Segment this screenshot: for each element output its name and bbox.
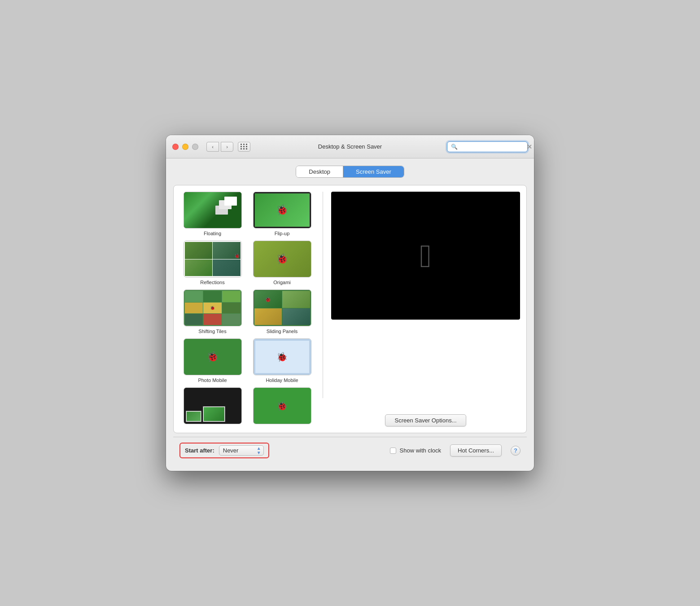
tabs-row: Desktop Screen Saver [173,166,527,178]
main-panel: Floating Flip-up Reflectio [173,185,527,433]
thumb-extra1-art [184,388,241,424]
thumb-holidaymobile-art [254,339,311,375]
screensaver-label-flipup: Flip-up [275,231,290,236]
thumb-flipup-art [254,192,311,228]
thumb-sliding-art [254,290,311,326]
window-title: Desktop & Screen Saver [318,143,382,150]
tab-desktop[interactable]: Desktop [296,166,343,177]
screensaver-label-sliding-panels: Sliding Panels [267,329,298,334]
close-button[interactable] [172,144,179,150]
screensaver-label-reflections: Reflections [200,280,224,285]
thumb-photomobile-art [184,339,241,375]
start-after-label: Start after: [185,447,214,454]
minimize-button[interactable] [182,144,188,150]
screensaver-thumb-origami [253,241,311,277]
screensaver-label-floating: Floating [204,231,221,236]
tab-screensaver[interactable]: Screen Saver [343,166,404,177]
help-button[interactable]: ? [511,446,521,456]
screensaver-item-flipup[interactable]: Flip-up [249,192,315,236]
start-after-select[interactable]: Never 1 Minute 2 Minutes 5 Minutes 10 Mi… [219,445,264,456]
thumb-floating-art [184,192,241,228]
screen-saver-options-button[interactable]: Screen Saver Options... [385,414,466,426]
screensaver-list: Floating Flip-up Reflectio [180,192,315,426]
search-input[interactable] [459,144,527,150]
screensaver-label-shifting-tiles: Shifting Tiles [198,329,226,334]
nav-buttons: ‹ › [206,142,233,152]
screensaver-thumb-sliding-panels [253,290,311,326]
screensaver-item-photo-mobile[interactable]: Photo Mobile [180,338,245,383]
screensaver-item-extra1[interactable] [180,387,245,426]
screensaver-thumb-extra1 [184,387,242,424]
screensaver-thumb-shifting-tiles [184,290,242,326]
screensaver-item-reflections[interactable]: Reflections [180,241,245,285]
panel-divider [323,192,323,398]
bottom-bar: Start after: Never 1 Minute 2 Minutes 5 … [173,437,527,464]
screensaver-thumb-flipup [253,192,311,228]
screensaver-thumb-extra2 [253,387,311,424]
screensaver-label-origami: Origami [273,280,291,285]
tab-group: Desktop Screen Saver [296,166,404,178]
screensaver-thumb-photo-mobile [184,338,242,375]
hot-corners-button[interactable]: Hot Corners... [450,444,502,457]
thumb-reflections-art [184,241,241,277]
screensaver-item-sliding-panels[interactable]: Sliding Panels [249,290,315,334]
search-box[interactable]: 🔍 ✕ [447,141,528,152]
screensaver-label-holiday-mobile: Holiday Mobile [266,378,298,383]
search-icon: 🔍 [451,144,458,150]
screensaver-thumb-holiday-mobile [253,338,311,375]
preview-options: Screen Saver Options... [385,414,466,426]
back-button[interactable]: ‹ [206,142,219,152]
clock-group: Show with clock [390,447,441,454]
preview-panel:  Screen Saver Options... [331,192,520,426]
apple-logo-icon:  [420,240,431,272]
screensaver-label-photo-mobile: Photo Mobile [198,378,227,383]
screensaver-item-origami[interactable]: Origami [249,241,315,285]
traffic-lights [172,144,198,150]
search-clear-icon[interactable]: ✕ [527,143,532,150]
start-after-group: Start after: Never 1 Minute 2 Minutes 5 … [179,443,269,458]
titlebar: ‹ › Desktop & Screen Saver 🔍 ✕ [166,135,534,158]
thumb-extra2-art [254,388,311,424]
show-clock-checkbox[interactable] [390,448,396,454]
preview-screen:  [331,192,520,320]
screensaver-thumb-reflections [184,241,242,277]
show-clock-label: Show with clock [400,447,441,454]
grid-dots-icon [241,144,248,149]
grid-view-button[interactable] [238,142,250,152]
screensaver-item-holiday-mobile[interactable]: Holiday Mobile [249,338,315,383]
thumb-shifting-art [184,290,241,326]
content-area: Desktop Screen Saver Floating [166,158,534,471]
screensaver-item-extra2[interactable] [249,387,315,426]
forward-button[interactable]: › [221,142,233,152]
main-window: ‹ › Desktop & Screen Saver 🔍 ✕ Desktop S… [166,135,534,471]
thumb-origami-art [254,241,311,277]
screensaver-thumb-floating [184,192,242,228]
screensaver-item-shifting-tiles[interactable]: Shifting Tiles [180,290,245,334]
start-after-select-wrapper: Never 1 Minute 2 Minutes 5 Minutes 10 Mi… [219,445,264,456]
screensaver-item-floating[interactable]: Floating [180,192,245,236]
maximize-button[interactable] [192,144,198,150]
